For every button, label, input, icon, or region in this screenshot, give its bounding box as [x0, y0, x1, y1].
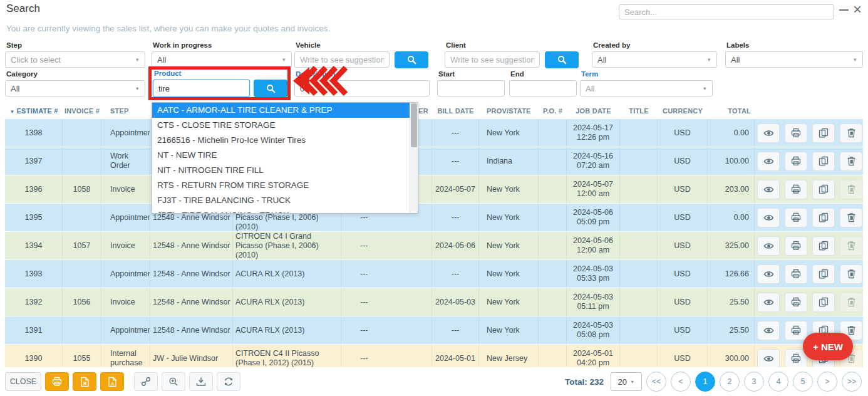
cell-actions: [755, 288, 863, 316]
eye-button[interactable]: [757, 208, 780, 227]
work-in-progress-select[interactable]: All▼: [152, 51, 292, 68]
dropdown-scrollbar-track[interactable]: [410, 103, 418, 213]
page-1-button[interactable]: 1: [695, 372, 715, 392]
suggestion-item[interactable]: 2166516 - Michelin Pro-Ice Winter Tires: [152, 133, 418, 148]
column-header-po[interactable]: P.O. #: [539, 107, 567, 115]
table-row[interactable]: 1393Appointment12548 - Anne WindsorACURA…: [5, 260, 863, 288]
eye-button[interactable]: [757, 236, 780, 256]
eye-button[interactable]: [757, 123, 780, 143]
column-header-currency[interactable]: CURRENCY: [658, 107, 708, 115]
vehicle-search-button[interactable]: [395, 51, 428, 68]
page-4-button[interactable]: 4: [768, 372, 788, 392]
copy-button[interactable]: [812, 152, 835, 171]
term-select[interactable]: All▼: [580, 80, 713, 96]
trash-button[interactable]: [840, 180, 862, 199]
trash-button[interactable]: [840, 123, 862, 143]
excel-file-button[interactable]: [73, 372, 96, 391]
column-header-bill_date[interactable]: BILL DATE: [432, 107, 479, 115]
eye-button[interactable]: [757, 321, 780, 340]
labels-select[interactable]: All▼: [725, 51, 863, 68]
created-by-select[interactable]: All▼: [592, 51, 717, 68]
close-button[interactable]: CLOSE: [5, 372, 41, 391]
table-row[interactable]: 13941057Invoice12548 - Anne WindsorCITRO…: [5, 232, 863, 260]
pdf-file-button[interactable]: A: [100, 372, 124, 391]
trash-button[interactable]: [840, 208, 862, 227]
minimize-icon[interactable]: [839, 9, 849, 11]
suggestion-item[interactable]: FJ3T - TIRE BALANCING - TRUCK: [152, 193, 418, 208]
start-date-input[interactable]: [437, 80, 505, 96]
table-row[interactable]: 1391Appointment12548 - Anne WindsorACURA…: [5, 316, 863, 345]
column-header-total[interactable]: TOTAL: [708, 107, 755, 115]
dropdown-scrollbar-thumb[interactable]: [411, 103, 417, 147]
next-page-button[interactable]: >: [817, 372, 837, 392]
printer-button[interactable]: [785, 293, 807, 312]
printer-button[interactable]: [785, 264, 807, 284]
product-input[interactable]: [153, 80, 250, 97]
column-header-estimate[interactable]: ▼ESTIMATE #: [5, 107, 63, 115]
printer-button[interactable]: [785, 208, 807, 227]
printer-button[interactable]: [785, 236, 807, 256]
trash-button[interactable]: [840, 264, 862, 284]
printer-button[interactable]: [785, 321, 807, 340]
suggestion-item[interactable]: NT - NEW TIRE: [152, 148, 418, 163]
page-2-button[interactable]: 2: [720, 372, 740, 392]
category-select[interactable]: All▼: [5, 80, 145, 96]
download-button[interactable]: [189, 372, 213, 391]
client-input[interactable]: [445, 51, 540, 68]
eye-button[interactable]: [757, 264, 780, 284]
trash-button[interactable]: [840, 236, 862, 256]
zoom-in-button[interactable]: [162, 372, 185, 391]
table-row[interactable]: 1398Appointment---New York2024-05-1712:2…: [5, 119, 863, 147]
printer-button[interactable]: [785, 123, 807, 143]
close-icon[interactable]: ×: [853, 0, 862, 19]
vehicle-input[interactable]: [294, 51, 390, 68]
table-row[interactable]: 1395Appointment12548 - Anne WindsorCITRO…: [5, 204, 863, 232]
prev-page-button[interactable]: <: [671, 372, 691, 392]
cell-job_date: 2024-05-0305:33 pm: [567, 260, 620, 288]
page-5-button[interactable]: 5: [793, 372, 813, 392]
suggestion-item[interactable]: RTS - RETURN FROM TIRE STORAGE: [152, 178, 418, 193]
trash-button[interactable]: [840, 152, 862, 171]
column-header-invoice[interactable]: INVOICE #: [63, 107, 101, 115]
copy-button[interactable]: [812, 293, 835, 312]
eye-button[interactable]: [757, 293, 780, 312]
page-3-button[interactable]: 3: [744, 372, 764, 392]
trash-button[interactable]: [840, 293, 862, 312]
table-row[interactable]: 1397Work Order---Indiana2024-05-1607:20 …: [5, 147, 863, 175]
suggestion-item[interactable]: AATC - ARMOR-ALL TIRE CLEANER & PREP: [152, 103, 418, 118]
printer-button[interactable]: [45, 372, 69, 391]
printer-button[interactable]: [785, 152, 807, 171]
eye-button[interactable]: [757, 349, 780, 368]
product-search-button[interactable]: [254, 80, 287, 97]
new-button[interactable]: + NEW: [803, 333, 853, 360]
column-header-title[interactable]: TITLE: [620, 107, 658, 115]
link-button[interactable]: [134, 372, 158, 391]
eye-button[interactable]: [757, 152, 780, 171]
cell-total: 100.00: [708, 147, 755, 175]
copy-button[interactable]: [812, 180, 835, 199]
step-select[interactable]: Click to select▼: [5, 51, 145, 68]
copy-button[interactable]: [812, 208, 835, 227]
copy-button[interactable]: [812, 236, 835, 256]
last-page-button[interactable]: >>: [842, 372, 862, 392]
global-search-input[interactable]: [619, 4, 834, 19]
eye-button[interactable]: [757, 180, 780, 199]
end-date-input[interactable]: [509, 80, 577, 96]
suggestion-item[interactable]: CTS - CLOSE TIRE STORAGE: [152, 118, 418, 133]
printer-button[interactable]: [785, 180, 807, 199]
page-size-select[interactable]: 20▼: [611, 372, 642, 391]
table-row[interactable]: 13961058Invoice2024-05-07New York2024-05…: [5, 175, 863, 204]
column-header-job_date[interactable]: JOB DATE: [567, 107, 620, 115]
refresh-button[interactable]: [217, 372, 240, 391]
suggestion-item[interactable]: NIT - NITROGEN TIRE FILL: [152, 163, 418, 178]
column-header-step[interactable]: STEP: [101, 107, 150, 115]
copy-button[interactable]: [812, 123, 835, 143]
first-page-button[interactable]: <<: [646, 372, 666, 392]
client-search-button[interactable]: [545, 51, 579, 68]
copy-button[interactable]: [812, 264, 835, 284]
description-input[interactable]: [294, 80, 430, 96]
table-row[interactable]: 13921056Invoice12548 - Anne WindsorACURA…: [5, 288, 863, 316]
suggestion-item[interactable]: JBTI - TIRE BALANCING - TRUCK: [152, 208, 418, 214]
column-header-prov_state[interactable]: PROV/STATE: [479, 107, 539, 115]
cell-step: Appointment: [101, 316, 150, 344]
